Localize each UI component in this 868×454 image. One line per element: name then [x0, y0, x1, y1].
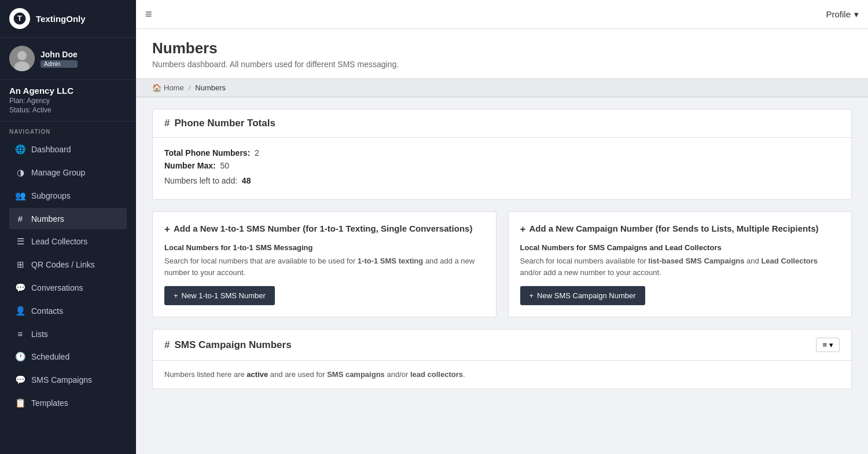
new-campaign-label: New SMS Campaign Number: [537, 291, 636, 300]
number-max-row: Number Max: 50: [164, 161, 840, 170]
list-view-button[interactable]: ≡ ▾: [816, 338, 840, 352]
contacts-icon: 👤: [15, 306, 25, 316]
sms-campaign-header: # SMS Campaign Numbers ≡ ▾: [153, 329, 851, 361]
content-body: # Phone Number Totals Total Phone Number…: [136, 97, 868, 412]
sidebar-item-label: Manage Group: [31, 168, 85, 177]
breadcrumb-current: Numbers: [195, 83, 226, 92]
sidebar-item-label: Lead Collectors: [31, 237, 87, 246]
new-1to1-number-button[interactable]: + New 1-to-1 SMS Number: [164, 286, 275, 305]
sms-campaigns-icon: 💬: [15, 375, 25, 385]
add-campaign-sub: Local Numbers for SMS Campaigns and Lead…: [520, 243, 840, 252]
page-header: Numbers Numbers dashboard. All numbers u…: [136, 29, 868, 79]
subgroups-icon: 👥: [15, 191, 25, 201]
sidebar-item-label: Scheduled: [31, 352, 69, 361]
plus-icon: +: [164, 224, 170, 235]
home-icon: 🏠: [152, 83, 161, 92]
lead-collectors-icon: ☰: [15, 236, 25, 247]
user-name: John Doe: [41, 50, 78, 59]
sms-campaign-body: Numbers listed here are active and are u…: [153, 361, 851, 389]
plus-btn-campaign-icon: +: [529, 291, 534, 300]
breadcrumb-home-link[interactable]: 🏠 Home: [152, 83, 184, 92]
add-1to1-card: + Add a New 1-to-1 SMS Number (for 1-to-…: [152, 211, 496, 317]
nav-section: NAVIGATION 🌐 Dashboard ◑ Manage Group 👥 …: [0, 122, 136, 418]
phone-totals-header: # Phone Number Totals: [153, 109, 851, 138]
hash-icon: #: [164, 118, 170, 129]
sidebar-item-qr-codes[interactable]: ⊞ QR Codes / Links: [9, 254, 127, 276]
new-1to1-label: New 1-to-1 SMS Number: [182, 291, 266, 300]
add-campaign-title: + Add a New Campaign Number (for Sends t…: [520, 224, 840, 235]
plus-icon-campaign: +: [520, 224, 526, 235]
logo-area[interactable]: T TextingOnly: [0, 0, 136, 38]
list-icon: ≡: [822, 340, 827, 349]
templates-icon: 📋: [15, 398, 25, 408]
new-campaign-number-button[interactable]: + New SMS Campaign Number: [520, 286, 645, 305]
agency-section: An Agency LLC Plan: Agency Status: Activ…: [0, 80, 136, 122]
add-1to1-desc: Search for local numbers that are availa…: [164, 255, 484, 278]
user-info: John Doe Admin: [41, 50, 78, 68]
hamburger-menu[interactable]: ≡: [145, 8, 152, 21]
phone-totals-card: # Phone Number Totals Total Phone Number…: [152, 109, 852, 200]
sidebar-item-label: Lists: [31, 329, 48, 339]
content-area: Numbers Numbers dashboard. All numbers u…: [136, 29, 868, 454]
sidebar-item-label: QR Codes / Links: [31, 260, 95, 269]
top-bar: ≡ Profile ▾: [136, 0, 868, 29]
sidebar: T TextingOnly John Doe Admin An Agency L…: [0, 0, 136, 454]
sms-campaign-title: SMS Campaign Numbers: [174, 339, 291, 351]
add-campaign-desc: Search for local numbers available for l…: [520, 255, 840, 278]
agency-name: An Agency LLC: [9, 86, 127, 96]
sidebar-item-subgroups[interactable]: 👥 Subgroups: [9, 185, 127, 207]
conversations-icon: 💬: [15, 283, 25, 293]
nav-label: NAVIGATION: [9, 129, 127, 135]
manage-group-icon: ◑: [15, 167, 25, 178]
sms-campaign-header-left: # SMS Campaign Numbers: [164, 339, 292, 351]
svg-text:T: T: [17, 14, 22, 23]
sidebar-item-label: Contacts: [31, 306, 63, 316]
sidebar-item-lead-collectors[interactable]: ☰ Lead Collectors: [9, 230, 127, 252]
breadcrumb-separator: /: [189, 83, 191, 92]
user-section: John Doe Admin: [0, 38, 136, 80]
sidebar-item-label: SMS Campaigns: [31, 375, 92, 385]
profile-label: Profile: [826, 9, 851, 19]
add-1to1-title: + Add a New 1-to-1 SMS Number (for 1-to-…: [164, 224, 484, 235]
sidebar-item-label: Subgroups: [31, 191, 71, 200]
agency-status: Status: Active: [9, 106, 127, 114]
sidebar-item-manage-group[interactable]: ◑ Manage Group: [9, 162, 127, 184]
numbers-icon: #: [15, 214, 25, 224]
sidebar-item-dashboard[interactable]: 🌐 Dashboard: [9, 138, 127, 160]
agency-plan: Plan: Agency: [9, 97, 127, 105]
sms-campaign-numbers-card: # SMS Campaign Numbers ≡ ▾ Numbers liste…: [152, 329, 852, 389]
scheduled-icon: 🕐: [15, 352, 25, 362]
numbers-left-value: 48: [242, 176, 251, 185]
page-subtitle: Numbers dashboard. All numbers used for …: [152, 60, 852, 69]
sidebar-item-templates[interactable]: 📋 Templates: [9, 392, 127, 414]
sidebar-item-label: Numbers: [31, 214, 64, 224]
sidebar-item-label: Templates: [31, 398, 68, 408]
sidebar-item-lists[interactable]: ≡ Lists: [9, 323, 127, 345]
dropdown-icon: ▾: [829, 340, 833, 349]
numbers-left-row: Numbers left to add: 48: [164, 176, 840, 185]
add-1to1-sub: Local Numbers for 1-to-1 SMS Messaging: [164, 243, 484, 252]
number-max-value: 50: [220, 161, 229, 170]
lists-icon: ≡: [15, 329, 25, 339]
sidebar-item-label: Conversations: [31, 283, 83, 292]
profile-button[interactable]: Profile ▾: [826, 9, 859, 20]
hash-icon-campaign: #: [164, 339, 170, 351]
add-number-section: + Add a New 1-to-1 SMS Number (for 1-to-…: [152, 211, 852, 317]
sidebar-item-numbers[interactable]: # Numbers: [9, 208, 127, 229]
page-title: Numbers: [152, 39, 852, 57]
number-max-label: Number Max:: [164, 161, 216, 170]
logo-icon: T: [9, 8, 30, 29]
sidebar-item-contacts[interactable]: 👤 Contacts: [9, 300, 127, 322]
sidebar-item-conversations[interactable]: 💬 Conversations: [9, 277, 127, 299]
svg-point-3: [17, 51, 27, 60]
dashboard-icon: 🌐: [15, 144, 25, 155]
sidebar-item-scheduled[interactable]: 🕐 Scheduled: [9, 346, 127, 368]
total-phones-value: 2: [255, 148, 259, 158]
user-role-badge: Admin: [41, 60, 78, 68]
breadcrumb: 🏠 Home / Numbers: [136, 79, 868, 97]
chevron-down-icon: ▾: [854, 9, 859, 20]
sidebar-item-sms-campaigns[interactable]: 💬 SMS Campaigns: [9, 369, 127, 391]
add-campaign-card: + Add a New Campaign Number (for Sends t…: [508, 211, 852, 317]
qr-codes-icon: ⊞: [15, 259, 25, 270]
logo-text: TextingOnly: [36, 14, 86, 24]
